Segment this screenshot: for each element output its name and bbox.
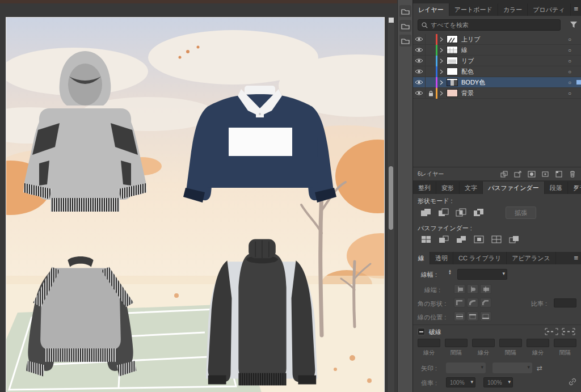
arrow-scale-start-field[interactable]: 100%▾	[446, 377, 475, 387]
tab-layers[interactable]: レイヤー	[413, 3, 449, 16]
tab-color[interactable]: カラー	[498, 3, 528, 16]
lock-toggle[interactable]	[426, 88, 436, 99]
scrollbar-top-button[interactable]	[389, 18, 394, 23]
expand-button[interactable]: 拡張	[506, 206, 536, 219]
tab-stroke[interactable]: 線	[413, 252, 430, 264]
link-scale-button[interactable]	[567, 377, 577, 386]
lock-column[interactable]	[426, 56, 436, 66]
collect-for-export-button[interactable]	[499, 170, 509, 178]
round-join-button[interactable]	[467, 298, 478, 307]
round-cap-button[interactable]	[467, 284, 478, 294]
miter-limit-field[interactable]	[554, 298, 576, 307]
layer-thumbnail[interactable]	[447, 68, 458, 75]
filter-funnel-icon[interactable]	[570, 21, 578, 28]
new-layer-button[interactable]	[554, 170, 563, 178]
layer-row[interactable]: リブ ○	[413, 56, 581, 66]
expand-chevron-icon[interactable]	[437, 69, 445, 74]
tab-artboards[interactable]: アートボード	[449, 3, 498, 16]
new-sublayer-button[interactable]	[540, 170, 550, 178]
gap-field-3[interactable]	[554, 339, 576, 347]
expand-chevron-icon[interactable]	[437, 37, 445, 42]
stroke-panel-menu-icon[interactable]: ≡	[574, 254, 578, 262]
layer-row[interactable]: 背景 ○	[413, 88, 581, 99]
collapsed-panel-button-3[interactable]	[399, 35, 411, 47]
bevel-join-button[interactable]	[480, 298, 491, 307]
butt-cap-button[interactable]	[454, 284, 465, 294]
visibility-toggle[interactable]	[413, 34, 426, 45]
dash-field-1[interactable]	[418, 339, 440, 347]
pathfinder-panel-menu-icon[interactable]: ≡	[574, 183, 578, 191]
layer-thumbnail[interactable]	[447, 78, 458, 86]
dash-field-3[interactable]	[527, 339, 549, 347]
layer-name[interactable]: 配色	[461, 68, 566, 76]
arrow-scale-end-field[interactable]: 100%▾	[483, 377, 513, 387]
tab-transparency[interactable]: 透明	[430, 252, 453, 264]
dash-field-2[interactable]	[472, 339, 495, 347]
tab-appearance[interactable]: アピアランス	[507, 252, 556, 264]
tab-align[interactable]: 整列	[413, 182, 436, 194]
stroke-weight-combobox[interactable]: ▾	[457, 269, 507, 280]
search-input[interactable]	[431, 22, 557, 28]
artboard[interactable]	[6, 17, 385, 392]
scrollbar-thumb[interactable]	[389, 166, 393, 230]
intersect-button[interactable]	[454, 206, 469, 218]
layer-name[interactable]: 背景	[461, 89, 566, 98]
tab-properties[interactable]: プロパティ	[528, 3, 570, 16]
stroke-weight-stepper[interactable]: ▲▼	[448, 269, 452, 275]
locate-object-button[interactable]	[513, 170, 523, 178]
miter-join-button[interactable]	[454, 298, 465, 307]
search-field[interactable]	[418, 19, 561, 31]
align-center-button[interactable]	[454, 311, 465, 321]
layer-thumbnail[interactable]	[447, 35, 458, 43]
layer-name[interactable]: BODY色	[461, 78, 566, 87]
layer-row-selected[interactable]: BODY色 ○	[413, 77, 581, 88]
lock-column[interactable]	[426, 45, 436, 56]
collapsed-panel-button-2[interactable]	[399, 20, 411, 32]
target-circle[interactable]: ○	[566, 58, 574, 64]
gap-field-2[interactable]	[499, 339, 522, 347]
make-clipping-mask-button[interactable]	[527, 170, 536, 178]
dash-preserve-button[interactable]	[544, 327, 559, 336]
visibility-toggle[interactable]	[413, 66, 426, 77]
expand-chevron-icon[interactable]	[437, 48, 445, 53]
layer-name[interactable]: リブ	[461, 57, 566, 65]
artboard-scene[interactable]	[6, 18, 385, 392]
layer-thumbnail[interactable]	[447, 57, 458, 65]
swap-arrowheads-icon[interactable]: ⇄	[537, 364, 542, 372]
divide-button[interactable]	[419, 234, 433, 245]
lock-column[interactable]	[426, 77, 436, 88]
projecting-cap-button[interactable]	[480, 284, 491, 294]
expand-chevron-icon[interactable]	[437, 80, 445, 85]
tab-transform[interactable]: 変形	[436, 182, 460, 194]
layer-row[interactable]: 線 ○	[413, 45, 581, 56]
expand-chevron-icon[interactable]	[437, 58, 445, 64]
dash-align-button[interactable]	[561, 327, 576, 336]
target-circle[interactable]: ○	[566, 79, 574, 86]
layer-thumbnail[interactable]	[447, 89, 458, 97]
expand-chevron-icon[interactable]	[437, 91, 445, 96]
visibility-toggle[interactable]	[413, 77, 426, 88]
layers-panel-menu-icon[interactable]: ≡	[574, 5, 578, 12]
arrowhead-end-dropdown[interactable]: ▾	[492, 363, 532, 373]
outline-button[interactable]	[489, 234, 504, 245]
target-circle[interactable]: ○	[566, 36, 574, 43]
layer-row[interactable]: 配色 ○	[413, 66, 581, 77]
unite-button[interactable]	[419, 206, 433, 218]
gap-field-1[interactable]	[445, 339, 468, 347]
target-circle[interactable]: ○	[566, 90, 574, 96]
arrowhead-start-dropdown[interactable]: ▾	[446, 363, 486, 373]
tab-pathfinder[interactable]: パスファインダー	[483, 182, 545, 194]
vertical-scrollbar[interactable]	[387, 17, 394, 392]
collapsed-panel-button-1[interactable]	[399, 5, 411, 17]
visibility-toggle[interactable]	[413, 45, 426, 56]
target-circle[interactable]: ○	[566, 47, 574, 53]
minus-back-button[interactable]	[507, 234, 521, 245]
layer-name[interactable]: 上リブ	[461, 35, 566, 44]
exclude-button[interactable]	[471, 206, 486, 218]
visibility-toggle[interactable]	[413, 56, 426, 66]
layer-thumbnail[interactable]	[447, 46, 458, 54]
merge-button[interactable]	[454, 234, 469, 245]
tab-character[interactable]: 文字	[460, 182, 483, 194]
target-circle[interactable]: ○	[566, 69, 574, 75]
minus-front-button[interactable]	[436, 206, 451, 218]
